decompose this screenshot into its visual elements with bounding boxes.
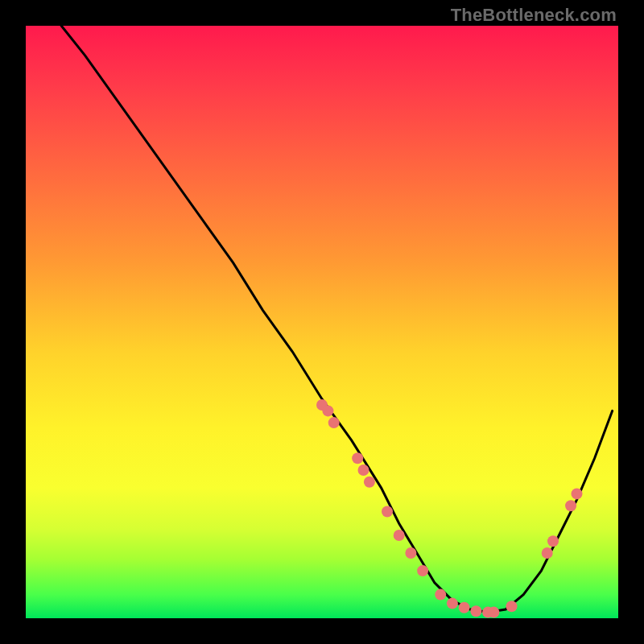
curve-marker (382, 506, 393, 518)
curve-marker (417, 565, 428, 576)
curve-marker (405, 547, 416, 559)
curve-marker (328, 417, 340, 428)
curve-marker (470, 605, 481, 617)
bottleneck-curve (61, 26, 612, 613)
curve-marker (364, 477, 375, 488)
chart-svg (26, 26, 618, 618)
watermark-label: TheBottleneck.com (451, 5, 617, 26)
marker-group (316, 399, 583, 618)
curve-marker (447, 598, 458, 609)
curve-marker (459, 602, 470, 613)
curve-marker (542, 547, 553, 559)
curve-marker (358, 464, 369, 476)
curve-marker (394, 530, 405, 541)
curve-marker (322, 405, 333, 416)
curve-marker (572, 488, 583, 499)
curve-marker (547, 535, 559, 547)
curve-marker (488, 607, 499, 618)
curve-marker (506, 601, 518, 612)
chart-frame: TheBottleneck.com (0, 0, 644, 644)
curve-marker (565, 500, 576, 511)
curve-marker (435, 589, 446, 601)
plot-area (26, 26, 618, 618)
curve-marker (352, 452, 363, 464)
